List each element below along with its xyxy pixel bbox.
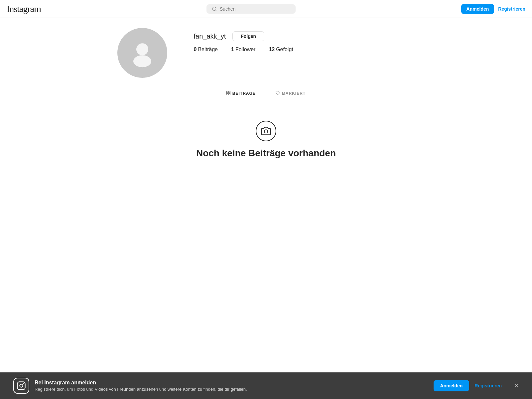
tab-beitraege-label: BEITRÄGE bbox=[232, 91, 256, 96]
instagram-logo[interactable]: Instagram bbox=[7, 4, 41, 14]
tag-icon bbox=[276, 91, 280, 96]
camera-circle bbox=[256, 121, 276, 141]
profile-info: fan_akk_yt Folgen 0 Beiträge 1 Follower … bbox=[194, 28, 415, 53]
search-icon bbox=[212, 6, 217, 12]
gefolgt-label: Gefolgt bbox=[276, 47, 293, 53]
camera-icon bbox=[261, 126, 271, 136]
beitraege-label: Beiträge bbox=[198, 47, 218, 53]
svg-point-3 bbox=[133, 55, 151, 67]
stat-gefolgt: 12 Gefolgt bbox=[269, 47, 293, 53]
header: Instagram Anmelden Registrieren bbox=[0, 0, 532, 18]
stat-beitraege: 0 Beiträge bbox=[194, 47, 218, 53]
profile-tabs: BEITRÄGE MARKIERT bbox=[111, 86, 422, 101]
tab-markiert-label: MARKIERT bbox=[282, 91, 306, 96]
search-bar[interactable] bbox=[206, 4, 296, 14]
svg-rect-5 bbox=[229, 91, 230, 93]
beitraege-count: 0 bbox=[194, 47, 197, 53]
follower-count: 1 bbox=[231, 47, 234, 53]
tab-beitraege[interactable]: BEITRÄGE bbox=[226, 86, 256, 101]
avatar bbox=[117, 28, 167, 78]
username-row: fan_akk_yt Folgen bbox=[194, 31, 415, 41]
main-content: fan_akk_yt Folgen 0 Beiträge 1 Follower … bbox=[111, 0, 422, 179]
username: fan_akk_yt bbox=[194, 33, 226, 40]
svg-rect-4 bbox=[226, 91, 228, 93]
header-anmelden-button[interactable]: Anmelden bbox=[461, 4, 494, 14]
header-actions: Anmelden Registrieren bbox=[461, 4, 525, 14]
empty-state: Noch keine Beiträge vorhanden bbox=[111, 101, 422, 179]
profile-section: fan_akk_yt Folgen 0 Beiträge 1 Follower … bbox=[111, 18, 422, 86]
svg-point-2 bbox=[136, 43, 148, 55]
grid-icon bbox=[226, 91, 230, 96]
header-registrieren-button[interactable]: Registrieren bbox=[498, 6, 525, 12]
svg-line-1 bbox=[215, 10, 216, 11]
svg-point-9 bbox=[264, 130, 268, 133]
gefolgt-count: 12 bbox=[269, 47, 275, 53]
svg-rect-6 bbox=[226, 93, 228, 95]
avatar-wrapper bbox=[117, 28, 167, 78]
avatar-silhouette bbox=[127, 38, 157, 68]
stat-follower: 1 Follower bbox=[231, 47, 255, 53]
svg-rect-7 bbox=[229, 93, 230, 95]
svg-point-0 bbox=[212, 7, 216, 11]
profile-stats: 0 Beiträge 1 Follower 12 Gefolgt bbox=[194, 47, 415, 53]
follow-button[interactable]: Folgen bbox=[232, 31, 264, 41]
follower-label: Follower bbox=[235, 47, 255, 53]
empty-title: Noch keine Beiträge vorhanden bbox=[196, 148, 336, 159]
tab-markiert[interactable]: MARKIERT bbox=[276, 86, 306, 101]
search-input[interactable] bbox=[220, 6, 290, 12]
